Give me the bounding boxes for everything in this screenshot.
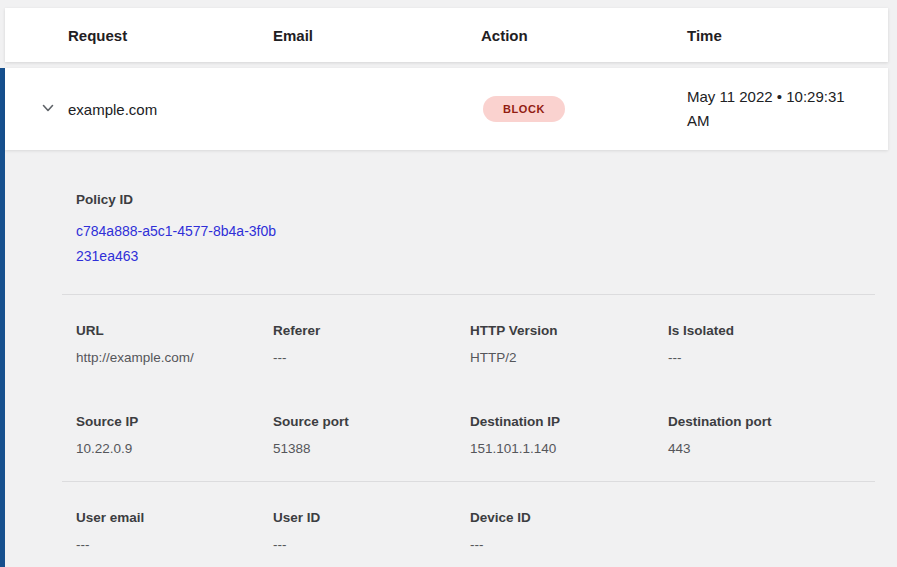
column-header-request: Request (68, 27, 273, 44)
detail-field-destination-ip: Destination IP 151.101.1.140 (470, 414, 668, 456)
field-value: --- (470, 537, 668, 552)
detail-row-user: User email --- User ID --- Device ID --- (5, 482, 897, 552)
field-value: HTTP/2 (470, 350, 668, 365)
field-value: --- (273, 537, 470, 552)
policy-id-section: Policy ID c784a888-a5c1-4577-8b4a-3f0b23… (5, 150, 897, 294)
field-label: Is Isolated (668, 323, 877, 338)
detail-field-user-id: User ID --- (273, 510, 470, 552)
detail-row-network: Source IP 10.22.0.9 Source port 51388 De… (5, 414, 897, 456)
detail-field-empty (668, 510, 877, 552)
field-label: Source IP (76, 414, 273, 429)
detail-field-destination-port: Destination port 443 (668, 414, 877, 456)
expanded-row-region: example.com BLOCK May 11 2022 • 10:29:31… (0, 68, 897, 567)
column-header-action: Action (481, 27, 687, 44)
detail-field-http-version: HTTP Version HTTP/2 (470, 323, 668, 365)
chevron-down-icon (41, 101, 55, 118)
column-header-email: Email (273, 27, 481, 44)
field-label: User ID (273, 510, 470, 525)
field-label: Destination port (668, 414, 877, 429)
time-cell: May 11 2022 • 10:29:31 AM (687, 85, 888, 133)
field-label: Destination IP (470, 414, 668, 429)
request-domain: example.com (68, 101, 273, 118)
field-label: Device ID (470, 510, 668, 525)
table-header: Request Email Action Time (5, 8, 888, 62)
field-value: --- (668, 350, 877, 365)
table-row[interactable]: example.com BLOCK May 11 2022 • 10:29:31… (5, 68, 888, 150)
field-value: 151.101.1.140 (470, 441, 668, 456)
detail-row-http: URL http://example.com/ Referer --- HTTP… (5, 295, 897, 365)
field-value: 51388 (273, 441, 470, 456)
detail-field-user-email: User email --- (76, 510, 273, 552)
field-value: 10.22.0.9 (76, 441, 273, 456)
field-label: Referer (273, 323, 470, 338)
collapse-row-button[interactable] (38, 99, 58, 119)
field-label: Source port (273, 414, 470, 429)
detail-field-device-id: Device ID --- (470, 510, 668, 552)
field-label: URL (76, 323, 273, 338)
request-detail-panel: Policy ID c784a888-a5c1-4577-8b4a-3f0b23… (5, 150, 897, 552)
detail-field-is-isolated: Is Isolated --- (668, 323, 877, 365)
detail-field-source-port: Source port 51388 (273, 414, 470, 456)
field-value: --- (76, 537, 273, 552)
field-value: --- (273, 350, 470, 365)
status-badge-block: BLOCK (483, 96, 565, 122)
field-value: 443 (668, 441, 877, 456)
detail-field-source-ip: Source IP 10.22.0.9 (76, 414, 273, 456)
field-label: HTTP Version (470, 323, 668, 338)
column-header-time: Time (687, 27, 888, 44)
policy-id-label: Policy ID (76, 192, 897, 207)
field-value: http://example.com/ (76, 350, 273, 365)
action-cell: BLOCK (481, 96, 687, 122)
detail-field-referer: Referer --- (273, 323, 470, 365)
detail-field-url: URL http://example.com/ (76, 323, 273, 365)
field-label: User email (76, 510, 273, 525)
policy-id-link[interactable]: c784a888-a5c1-4577-8b4a-3f0b231ea463 (76, 219, 281, 269)
chevron-cell (5, 99, 68, 119)
